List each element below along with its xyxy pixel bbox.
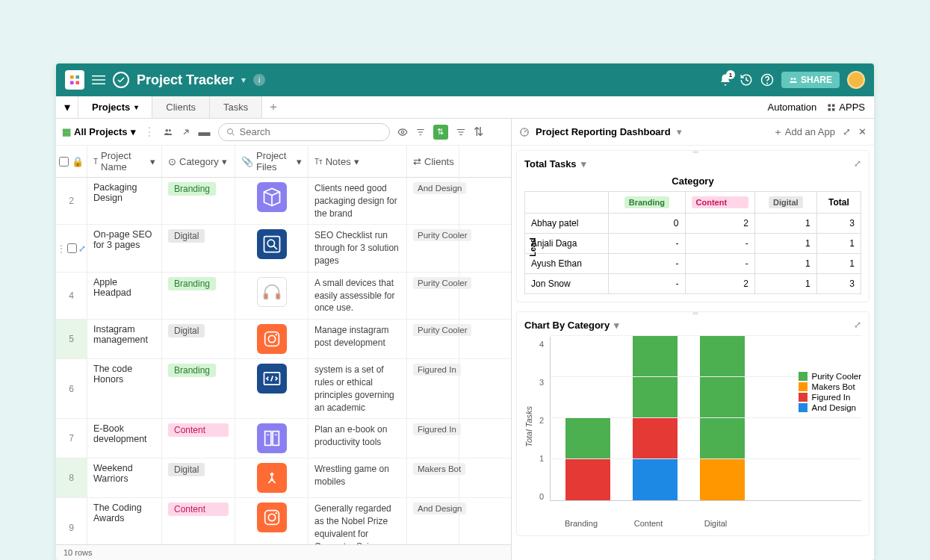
notification-icon[interactable]: 1 <box>719 73 732 87</box>
project-name-cell[interactable]: Weekend Warriors <box>87 458 162 497</box>
expand-icon[interactable]: ⤢ <box>854 158 861 169</box>
drag-handle-icon[interactable]: ═ <box>693 148 698 156</box>
table-row[interactable]: ⋮⤢On-page SEO for 3 pagesDigitalSEO Chec… <box>56 225 511 272</box>
row-number[interactable]: 5 <box>56 320 87 358</box>
add-app-button[interactable]: ＋ Add an App <box>773 125 835 139</box>
col-notes[interactable]: Tт Notes ▾ <box>309 146 407 177</box>
bar-branding[interactable] <box>565 418 610 500</box>
chevron-down-icon[interactable]: ▾ <box>677 126 682 137</box>
client-cell[interactable]: Figured In <box>407 419 459 458</box>
export-icon[interactable] <box>181 127 191 137</box>
client-cell[interactable]: Makers Bot <box>407 458 459 497</box>
category-cell[interactable]: Branding <box>162 359 235 418</box>
client-cell[interactable]: Purity Cooler <box>407 320 459 358</box>
notes-cell[interactable]: Wrestling game on mobiles <box>309 458 407 497</box>
table-row[interactable]: 4Apple HeadpadBrandingA small devices th… <box>56 273 511 320</box>
filter-icon[interactable] <box>415 127 426 137</box>
category-cell[interactable]: Content <box>162 419 235 458</box>
card-icon[interactable]: ▬ <box>199 125 211 139</box>
category-cell[interactable]: Digital <box>162 458 235 497</box>
settings-icon[interactable]: ⇅ <box>474 125 483 139</box>
category-cell[interactable]: Digital <box>162 320 235 358</box>
table-row[interactable]: 5Instagram managementDigitalManage insta… <box>56 320 511 359</box>
tab-tasks[interactable]: Tasks <box>210 96 262 118</box>
project-name-cell[interactable]: Apple Headpad <box>87 273 162 319</box>
add-tab-button[interactable]: ＋ <box>262 96 285 118</box>
client-cell[interactable]: Purity Cooler <box>407 273 459 319</box>
avatar[interactable] <box>847 71 865 89</box>
table-row[interactable]: 9The Coding AwardsContentGenerally regar… <box>56 498 511 544</box>
table-row[interactable]: 2Packaging DesignBrandingClients need go… <box>56 178 511 225</box>
search-input[interactable] <box>218 123 390 141</box>
bar-digital[interactable] <box>700 336 745 500</box>
group-icon[interactable]: ⇅ <box>433 125 448 140</box>
app-logo[interactable] <box>65 70 84 90</box>
chevron-down-icon[interactable]: ▾ <box>614 320 619 331</box>
col-checkbox[interactable]: 🔒 <box>56 146 87 177</box>
notes-cell[interactable]: A small devices that easily assessible f… <box>309 273 407 319</box>
file-cell[interactable] <box>235 498 309 544</box>
row-number[interactable]: 9 <box>56 498 87 544</box>
info-icon[interactable]: i <box>253 74 265 86</box>
project-name-cell[interactable]: The code Honors <box>87 359 162 418</box>
file-cell[interactable] <box>235 419 309 458</box>
notes-cell[interactable]: Plan an e-book on productivity tools <box>309 419 407 458</box>
share-button[interactable]: SHARE <box>781 72 840 88</box>
table-row[interactable]: 8Weekend WarriorsDigitalWrestling game o… <box>56 458 511 498</box>
expand-icon[interactable]: ⤢ <box>854 320 861 330</box>
expand-icon[interactable]: ⤢ <box>843 126 851 137</box>
project-name-cell[interactable]: Packaging Design <box>87 178 162 224</box>
category-cell[interactable]: Branding <box>162 178 235 224</box>
table-row[interactable]: 6The code HonorsBrandingsystem is a set … <box>56 359 511 419</box>
close-icon[interactable]: ✕ <box>858 126 867 137</box>
notes-cell[interactable]: Manage instagram post development <box>309 320 407 358</box>
notes-cell[interactable]: SEO Checklist run through for 3 solution… <box>309 225 407 271</box>
project-name-cell[interactable]: The Coding Awards <box>87 498 162 544</box>
file-cell[interactable] <box>235 178 309 224</box>
row-number[interactable]: ⋮⤢ <box>56 225 87 271</box>
col-category[interactable]: ⊙ Category ▾ <box>162 146 235 177</box>
notes-cell[interactable]: Generally regarded as the Nobel Prize eq… <box>309 498 407 544</box>
client-cell[interactable]: And Design <box>407 178 459 224</box>
category-cell[interactable]: Content <box>162 498 235 544</box>
notes-cell[interactable]: Clients need good packaging design for t… <box>309 178 407 224</box>
col-project-name[interactable]: T Project Name ▾ <box>87 146 162 177</box>
drag-handle-icon[interactable]: ═ <box>693 309 698 317</box>
file-cell[interactable] <box>235 359 309 418</box>
row-number[interactable]: 6 <box>56 359 87 418</box>
file-cell[interactable] <box>235 458 309 497</box>
eye-icon[interactable] <box>397 127 408 137</box>
tab-clients[interactable]: Clients <box>152 96 210 118</box>
file-cell[interactable] <box>235 225 309 271</box>
row-number[interactable]: 7 <box>56 419 87 458</box>
sort-icon[interactable] <box>456 127 466 137</box>
project-name-cell[interactable]: Instagram management <box>87 320 162 358</box>
apps-link[interactable]: APPS <box>827 102 865 113</box>
row-number[interactable]: 2 <box>56 178 87 224</box>
file-cell[interactable] <box>235 273 309 319</box>
file-cell[interactable] <box>235 320 309 358</box>
client-cell[interactable]: And Design <box>407 498 459 544</box>
category-cell[interactable]: Branding <box>162 273 235 319</box>
row-number[interactable]: 4 <box>56 273 87 319</box>
row-number[interactable]: 8 <box>56 458 87 497</box>
project-name-cell[interactable]: On-page SEO for 3 pages <box>87 225 162 271</box>
chevron-down-icon[interactable]: ▾ <box>241 75 246 85</box>
table-row[interactable]: 7E-Book developmentContentPlan an e-book… <box>56 419 511 458</box>
view-selector[interactable]: ▦ All Projects ▾ <box>62 126 136 137</box>
chevron-down-icon[interactable]: ▾ <box>581 158 586 169</box>
col-files[interactable]: 📎 Project Files ▾ <box>235 146 309 177</box>
history-icon[interactable] <box>740 73 753 87</box>
tab-projects[interactable]: Projects▾ <box>78 96 152 118</box>
people-icon[interactable] <box>163 127 173 137</box>
tabs-expand-icon[interactable]: ▾ <box>56 96 78 118</box>
client-cell[interactable]: Purity Cooler <box>407 225 459 271</box>
menu-icon[interactable] <box>92 73 105 87</box>
project-name-cell[interactable]: E-Book development <box>87 419 162 458</box>
category-cell[interactable]: Digital <box>162 225 235 271</box>
notes-cell[interactable]: system is a set of rules or ethical prin… <box>309 359 407 418</box>
client-cell[interactable]: Figured In <box>407 359 459 418</box>
automation-link[interactable]: Automation <box>768 102 817 113</box>
col-clients[interactable]: ⇄ Clients <box>407 146 459 177</box>
help-icon[interactable] <box>760 73 774 87</box>
